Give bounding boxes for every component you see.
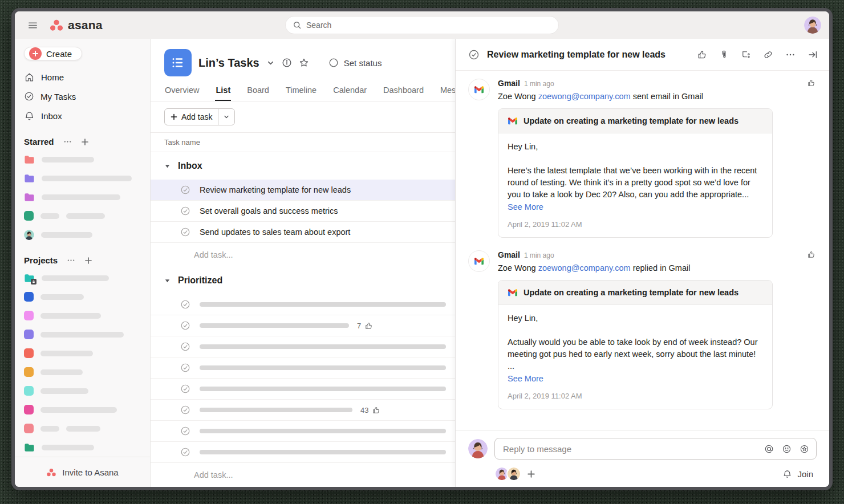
- sidebar-project-item[interactable]: [15, 306, 150, 325]
- star-icon[interactable]: [299, 58, 309, 68]
- task-row-skeleton[interactable]: [151, 379, 455, 400]
- sidebar-item-my-tasks[interactable]: My Tasks: [15, 87, 150, 106]
- add-collaborator-icon[interactable]: [527, 470, 535, 478]
- task-row-skeleton[interactable]: [151, 442, 455, 463]
- at-mention-icon[interactable]: [764, 444, 774, 454]
- task-check-icon[interactable]: [180, 426, 190, 436]
- sidebar-project-item[interactable]: [15, 150, 150, 169]
- task-check-icon[interactable]: [180, 227, 190, 237]
- email-paragraph: Actually would you be able to take look …: [508, 336, 763, 372]
- thumb-icon[interactable]: [372, 406, 380, 414]
- sidebar-project-item[interactable]: [15, 287, 150, 306]
- section-header-prioritized[interactable]: Prioritized: [151, 267, 455, 294]
- task-check-icon[interactable]: [468, 49, 480, 60]
- sidebar-project-item[interactable]: [15, 188, 150, 206]
- collaborator-avatar[interactable]: [506, 466, 521, 481]
- tab-board[interactable]: Board: [246, 84, 270, 101]
- invite-to-asana-button[interactable]: Invite to Asana: [15, 457, 150, 487]
- sidebar-project-item[interactable]: [15, 381, 150, 400]
- message-header: Gmail1 min ago: [498, 250, 817, 259]
- appreciation-icon[interactable]: [800, 444, 809, 454]
- subtask-icon[interactable]: [741, 50, 751, 60]
- task-row-skeleton[interactable]: [151, 336, 455, 357]
- sidebar-project-item[interactable]: [15, 225, 150, 244]
- more-options-icon[interactable]: [785, 50, 796, 60]
- project-icon[interactable]: [164, 49, 192, 76]
- tab-calendar[interactable]: Calendar: [332, 84, 367, 101]
- add-task-button[interactable]: Add task: [165, 109, 218, 125]
- task-check-icon[interactable]: [180, 206, 190, 216]
- email-card[interactable]: Update on creating a marketing template …: [498, 108, 773, 238]
- tab-dashboard[interactable]: Dashboard: [383, 84, 424, 101]
- title-chevron-down-icon[interactable]: [266, 59, 275, 67]
- task-row-skeleton[interactable]: [151, 421, 455, 442]
- sidebar-project-item[interactable]: [15, 438, 150, 457]
- sidebar-project-item[interactable]: [15, 363, 150, 381]
- sidebar-project-item[interactable]: [15, 400, 150, 419]
- sidebar-project-item[interactable]: [15, 419, 150, 438]
- gmail-avatar-icon: [468, 250, 490, 272]
- main-content: Lin’s Tasks Set status OverviewListBoard…: [151, 39, 455, 487]
- starred-more-icon[interactable]: [63, 137, 72, 146]
- asana-logo[interactable]: asana: [49, 18, 103, 32]
- sidebar-project-item[interactable]: [15, 344, 150, 363]
- task-row-skeleton[interactable]: 7: [151, 315, 455, 336]
- attachment-icon[interactable]: [719, 50, 729, 59]
- info-icon[interactable]: [282, 58, 292, 68]
- create-button[interactable]: Create: [24, 47, 82, 60]
- task-check-icon[interactable]: [180, 342, 190, 352]
- task-check-icon[interactable]: [180, 447, 190, 457]
- task-row-skeleton[interactable]: [151, 294, 455, 315]
- task-check-icon[interactable]: [180, 405, 190, 415]
- message-like-icon[interactable]: [807, 250, 815, 259]
- section-header-inbox[interactable]: Inbox: [151, 152, 455, 180]
- tab-overview[interactable]: Overview: [164, 84, 200, 101]
- emoji-icon[interactable]: [782, 444, 792, 454]
- skeleton-text: [42, 275, 109, 281]
- link-icon[interactable]: [763, 50, 773, 60]
- set-status-button[interactable]: Set status: [328, 58, 382, 68]
- search-input[interactable]: Search: [285, 16, 559, 34]
- task-row-skeleton[interactable]: [151, 357, 455, 379]
- tab-timeline[interactable]: Timeline: [285, 84, 317, 101]
- sidebar-item-home[interactable]: Home: [15, 67, 150, 87]
- task-row[interactable]: Review marketing template for new leads: [151, 180, 455, 201]
- hamburger-menu-icon[interactable]: [23, 15, 42, 35]
- task-row-skeleton[interactable]: 43: [151, 400, 455, 421]
- like-icon[interactable]: [697, 50, 707, 60]
- projects-add-icon[interactable]: [84, 257, 92, 265]
- starred-add-icon[interactable]: [81, 138, 89, 146]
- task-row[interactable]: Send updates to sales team about export: [151, 222, 455, 243]
- add-task-row[interactable]: Add task...: [151, 243, 455, 267]
- task-check-icon[interactable]: [180, 185, 190, 195]
- reply-input[interactable]: Reply to message: [494, 438, 817, 460]
- add-task-row[interactable]: Add task...: [151, 463, 455, 487]
- message-like-icon[interactable]: [807, 79, 815, 87]
- add-task-dropdown-icon[interactable]: [218, 109, 234, 125]
- see-more-link[interactable]: See More: [508, 373, 543, 385]
- sidebar-item-inbox[interactable]: Inbox: [15, 106, 150, 125]
- bell-icon: [782, 469, 792, 479]
- email-card[interactable]: Update on creating a marketing template …: [498, 280, 773, 409]
- email-subject: Update on creating a marketing template …: [524, 288, 738, 297]
- join-button[interactable]: Join: [782, 469, 817, 479]
- sidebar-project-item[interactable]: [15, 325, 150, 344]
- user-avatar[interactable]: [804, 17, 821, 34]
- see-more-link[interactable]: See More: [508, 201, 543, 213]
- thumb-icon[interactable]: [364, 322, 373, 330]
- email-link[interactable]: zoewong@company.com: [538, 263, 631, 273]
- collapse-panel-icon[interactable]: [808, 50, 818, 60]
- sidebar-project-item[interactable]: [15, 269, 150, 287]
- email-link[interactable]: zoewong@company.com: [538, 92, 631, 101]
- task-check-icon[interactable]: [180, 320, 190, 331]
- tab-list[interactable]: List: [215, 84, 231, 101]
- sidebar-project-item[interactable]: [15, 169, 150, 188]
- task-check-icon[interactable]: [180, 363, 190, 373]
- sidebar-project-item[interactable]: [15, 206, 150, 225]
- task-check-icon[interactable]: [180, 384, 190, 394]
- projects-more-icon[interactable]: [67, 256, 75, 265]
- projects-section-header: Projects: [15, 255, 150, 265]
- tab-messages[interactable]: Messages: [440, 84, 455, 101]
- task-row[interactable]: Set overall goals and success metrics: [151, 201, 455, 222]
- task-check-icon[interactable]: [180, 299, 190, 310]
